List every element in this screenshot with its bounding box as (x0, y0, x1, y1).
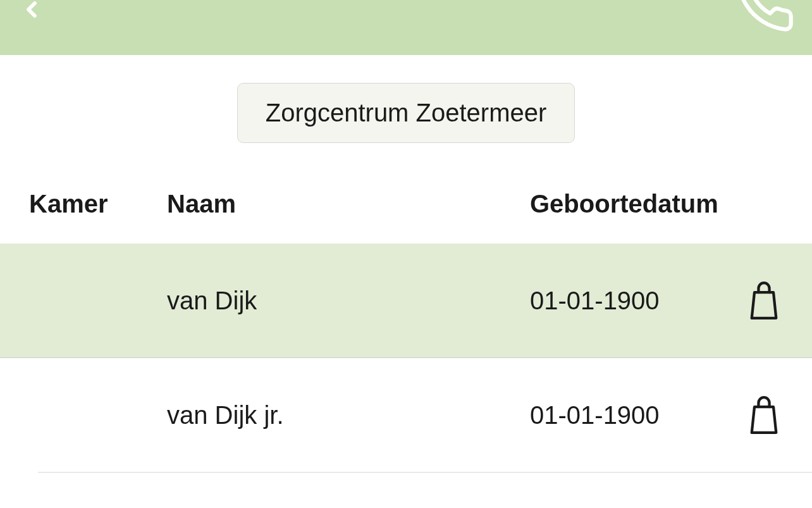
table-row[interactable]: van Dijk 01-01-1900 (0, 244, 812, 358)
cell-geboortedatum: 01-01-1900 (530, 401, 745, 430)
location-selector[interactable]: Zorgcentrum Zoetermeer (237, 83, 575, 143)
location-name: Zorgcentrum Zoetermeer (266, 99, 547, 127)
table-body: van Dijk 01-01-1900 van Dijk jr. 01-01-1… (0, 244, 812, 473)
column-header-geboortedatum: Geboortedatum (530, 190, 745, 218)
column-header-kamer: Kamer (29, 190, 167, 218)
cell-naam: van Dijk (167, 287, 530, 315)
phone-icon (733, 0, 796, 35)
cell-geboortedatum: 01-01-1900 (530, 287, 745, 315)
shopping-bag-icon (747, 282, 780, 319)
header-bar (0, 0, 812, 55)
location-container: Zorgcentrum Zoetermeer (0, 55, 812, 171)
cell-naam: van Dijk jr. (167, 401, 530, 430)
phone-button[interactable] (733, 0, 793, 55)
table-header: Kamer Naam Geboortedatum (0, 171, 812, 244)
column-header-naam: Naam (167, 190, 530, 218)
table-row[interactable]: van Dijk jr. 01-01-1900 (38, 358, 812, 473)
back-button[interactable] (19, 0, 44, 55)
shopping-bag-button[interactable] (745, 396, 783, 434)
chevron-left-icon (19, 0, 44, 22)
shopping-bag-icon (747, 396, 780, 434)
column-header-action (745, 190, 783, 218)
residents-table: Kamer Naam Geboortedatum van Dijk 01-01-… (0, 171, 812, 473)
shopping-bag-button[interactable] (745, 282, 783, 319)
